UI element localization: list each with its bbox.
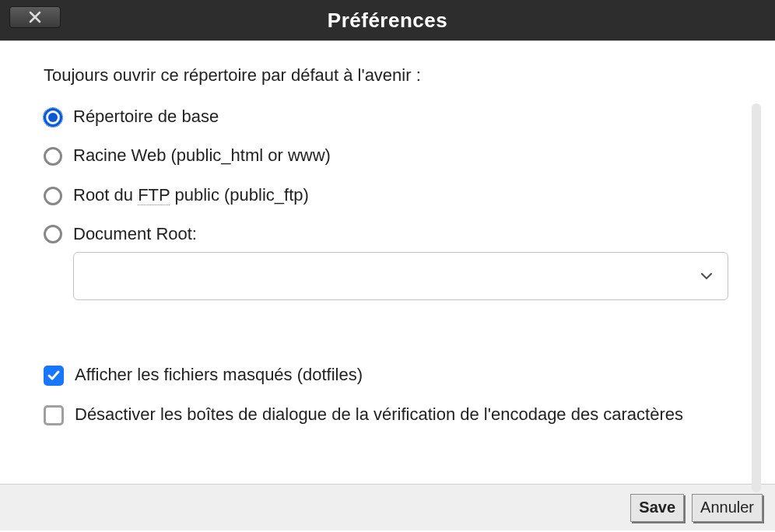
radio-input-webroot[interactable] xyxy=(44,147,62,166)
close-icon xyxy=(29,11,41,23)
titlebar: Préférences xyxy=(0,0,775,40)
ftp-suffix: public (public_ftp) xyxy=(170,185,309,205)
radio-input-ftp[interactable] xyxy=(44,187,62,205)
radio-label-docroot: Document Root: xyxy=(73,223,736,246)
save-button[interactable]: Save xyxy=(630,494,684,522)
radio-option-webroot[interactable]: Racine Web (public_html or www) xyxy=(44,145,736,167)
close-button[interactable] xyxy=(9,6,61,28)
check-icon xyxy=(47,369,61,383)
chevron-down-icon xyxy=(700,269,714,283)
spacer xyxy=(44,317,736,364)
radio-label-ftp: Root du FTP public (public_ftp) xyxy=(73,184,736,207)
radio-label-base: Répertoire de base xyxy=(73,106,736,128)
checkbox-input-dotfiles[interactable] xyxy=(44,366,64,386)
checkbox-option-dotfiles[interactable]: Afficher les fichiers masqués (dotfiles) xyxy=(44,364,736,387)
radio-input-docroot[interactable] xyxy=(44,225,62,243)
radio-option-base[interactable]: Répertoire de base xyxy=(44,106,736,128)
preferences-form: Toujours ouvrir ce répertoire par défaut… xyxy=(0,41,775,484)
content-area: Toujours ouvrir ce répertoire par défaut… xyxy=(0,40,775,484)
checkbox-input-encoding[interactable] xyxy=(44,405,64,425)
checkbox-option-encoding[interactable]: Désactiver les boîtes de dialogue de la … xyxy=(44,404,736,426)
ftp-abbr: FTP xyxy=(138,185,170,205)
radio-option-ftp[interactable]: Root du FTP public (public_ftp) xyxy=(44,184,736,207)
radio-input-base[interactable] xyxy=(44,108,62,127)
ftp-prefix: Root du xyxy=(73,185,138,205)
docroot-select[interactable] xyxy=(73,252,728,300)
scrollbar[interactable] xyxy=(752,103,761,492)
radio-option-docroot[interactable]: Document Root: xyxy=(44,223,736,300)
checkbox-label-encoding: Désactiver les boîtes de dialogue de la … xyxy=(75,404,736,426)
checkbox-label-dotfiles: Afficher les fichiers masqués (dotfiles) xyxy=(75,364,736,387)
footer: Save Annuler xyxy=(0,484,775,530)
cancel-button[interactable]: Annuler xyxy=(692,494,763,522)
dialog-title: Préférences xyxy=(0,9,775,33)
intro-text: Toujours ouvrir ce répertoire par défaut… xyxy=(44,65,736,87)
radio-label-webroot: Racine Web (public_html or www) xyxy=(73,145,736,167)
